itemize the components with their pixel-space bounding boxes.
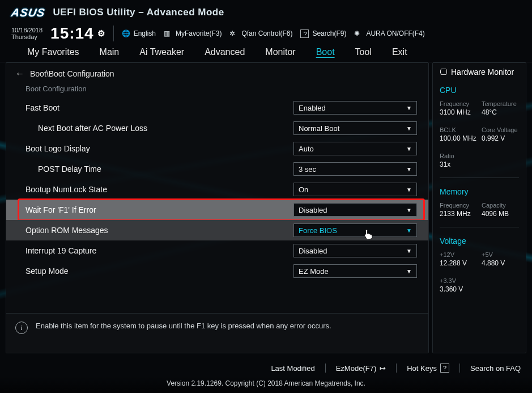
v33-value: 3.360 V [440, 285, 477, 293]
cpu-heading: CPU [440, 86, 519, 95]
setting-row[interactable]: Wait For 'F1' If ErrorDisabled▼ [6, 200, 428, 220]
setting-value: On [299, 185, 308, 194]
memory-heading: Memory [440, 187, 519, 196]
chevron-down-icon: ▼ [406, 187, 412, 193]
setting-dropdown[interactable]: On▼ [293, 183, 417, 196]
setting-value: Disabled [299, 206, 327, 214]
setting-label: Setup Mode [25, 267, 293, 276]
setting-dropdown[interactable]: EZ Mode▼ [293, 264, 417, 278]
cpu-ratio-label: Ratio [440, 153, 477, 159]
tab-tool[interactable]: Tool [345, 44, 382, 62]
hardware-monitor-panel: 🖵 Hardware Monitor CPU Frequency Tempera… [432, 62, 526, 353]
cpu-temp-value: 48°C [482, 108, 519, 116]
setting-label: POST Delay Time [38, 164, 293, 174]
info-icon: i [15, 322, 28, 334]
settings-list: Fast BootEnabled▼Next Boot after AC Powe… [6, 98, 428, 313]
setting-dropdown[interactable]: Disabled▼ [293, 203, 417, 217]
cpu-ratio-value: 31x [440, 160, 477, 168]
tab-boot[interactable]: Boot [306, 44, 345, 62]
setting-value: Enabled [299, 104, 326, 112]
setting-dropdown[interactable]: Disabled▼ [293, 244, 417, 257]
tab-my-favorites[interactable]: My Favorites [17, 44, 90, 62]
ezmode-label: EzMode(F7) [336, 364, 377, 373]
setting-value: Auto [299, 145, 314, 153]
content-panel: ← Boot\Boot Configuration Boot Configura… [6, 62, 429, 353]
back-arrow-icon[interactable]: ← [15, 69, 24, 79]
last-modified-button[interactable]: Last Modified [271, 364, 314, 373]
setting-dropdown[interactable]: Normal Boot▼ [293, 121, 417, 135]
ezmode-button[interactable]: EzMode(F7) ↦ [336, 364, 386, 373]
search-button[interactable]: ? Search(F9) [300, 29, 346, 38]
setting-label: Interrupt 19 Capture [25, 246, 293, 255]
setting-dropdown[interactable]: Enabled▼ [293, 101, 417, 115]
setting-value: Normal Boot [299, 124, 339, 133]
mem-freq-value: 2133 MHz [440, 210, 477, 218]
myfavorite-button[interactable]: ▥ MyFavorite(F3) [164, 29, 222, 38]
date-text: 10/18/2018 [11, 27, 42, 33]
aura-button[interactable]: ✺ AURA ON/OFF(F4) [354, 29, 424, 38]
tab-ai-tweaker[interactable]: Ai Tweaker [129, 44, 194, 62]
question-icon: ? [300, 29, 309, 38]
setting-row[interactable]: Fast BootEnabled▼ [6, 98, 428, 118]
myfavorite-label: MyFavorite(F3) [176, 29, 222, 37]
setting-value: EZ Mode [299, 267, 329, 276]
language-button[interactable]: 🌐 English [122, 29, 156, 38]
cpu-corev-value: 0.992 V [482, 134, 519, 142]
help-bar: i Enable this item for the system to pau… [6, 313, 428, 353]
tab-monitor[interactable]: Monitor [255, 44, 305, 62]
breadcrumb-text: Boot\Boot Configuration [30, 69, 114, 78]
monitor-icon: 🖵 [440, 67, 448, 77]
chevron-down-icon: ▼ [406, 166, 412, 172]
question-icon: ? [440, 364, 449, 373]
setting-value: Force BIOS [299, 226, 337, 235]
v33-label: +3.3V [440, 277, 477, 284]
cpu-bclk-label: BCLK [440, 126, 477, 133]
gear-icon[interactable]: ⚙ [97, 28, 105, 39]
voltage-heading: Voltage [440, 236, 519, 246]
v12-label: +12V [440, 251, 477, 258]
tab-advanced[interactable]: Advanced [194, 44, 255, 62]
setting-value: Disabled [299, 247, 327, 255]
section-title: Boot Configuration [6, 84, 428, 98]
setting-dropdown[interactable]: 3 sec▼ [293, 162, 417, 176]
setting-label: Option ROM Messages [25, 226, 293, 235]
cpu-freq-value: 3100 MHz [440, 108, 477, 116]
setting-row[interactable]: Boot Logo DisplayAuto▼ [6, 138, 428, 159]
setting-dropdown[interactable]: Auto▼ [293, 142, 417, 155]
favorite-icon: ▥ [164, 29, 172, 38]
aura-label: AURA ON/OFF(F4) [366, 29, 424, 37]
search-faq-button[interactable]: Search on FAQ [470, 364, 521, 373]
day-text: Thursday [11, 33, 42, 40]
setting-row[interactable]: Option ROM MessagesForce BIOS▼ [6, 220, 428, 240]
cpu-freq-label: Frequency [440, 100, 477, 107]
cpu-corev-label: Core Voltage [482, 126, 519, 133]
hotkeys-button[interactable]: Hot Keys ? [407, 364, 449, 373]
setting-dropdown[interactable]: Force BIOS▼ [293, 223, 417, 237]
divider [440, 227, 519, 227]
tab-main[interactable]: Main [90, 44, 130, 62]
setting-row[interactable]: Next Boot after AC Power LossNormal Boot… [6, 118, 428, 138]
exit-icon: ↦ [380, 364, 386, 373]
setting-row[interactable]: POST Delay Time3 sec▼ [6, 159, 428, 179]
setting-label: Bootup NumLock State [25, 185, 293, 194]
mem-freq-label: Frequency [440, 202, 477, 209]
version-text: Version 2.19.1269. Copyright (C) 2018 Am… [0, 376, 532, 393]
globe-icon: 🌐 [122, 29, 130, 38]
setting-label: Next Boot after AC Power Loss [38, 124, 293, 133]
last-modified-label: Last Modified [271, 364, 314, 373]
v5-label: +5V [482, 251, 519, 258]
hw-monitor-title: Hardware Monitor [451, 67, 514, 77]
chevron-down-icon: ▼ [406, 207, 412, 213]
v12-value: 12.288 V [440, 259, 477, 267]
setting-row[interactable]: Setup ModeEZ Mode▼ [6, 261, 428, 281]
chevron-down-icon: ▼ [406, 248, 412, 254]
setting-row[interactable]: Interrupt 19 CaptureDisabled▼ [6, 240, 428, 261]
qfan-button[interactable]: ✲ Qfan Control(F6) [229, 29, 292, 38]
divider [440, 178, 519, 178]
mem-cap-label: Capacity [482, 202, 519, 209]
chevron-down-icon: ▼ [406, 146, 412, 152]
tab-exit[interactable]: Exit [382, 44, 418, 62]
chevron-down-icon: ▼ [406, 268, 412, 274]
setting-row[interactable]: Bootup NumLock StateOn▼ [6, 179, 428, 200]
footer: Last Modified EzMode(F7) ↦ Hot Keys ? Se… [0, 358, 532, 393]
